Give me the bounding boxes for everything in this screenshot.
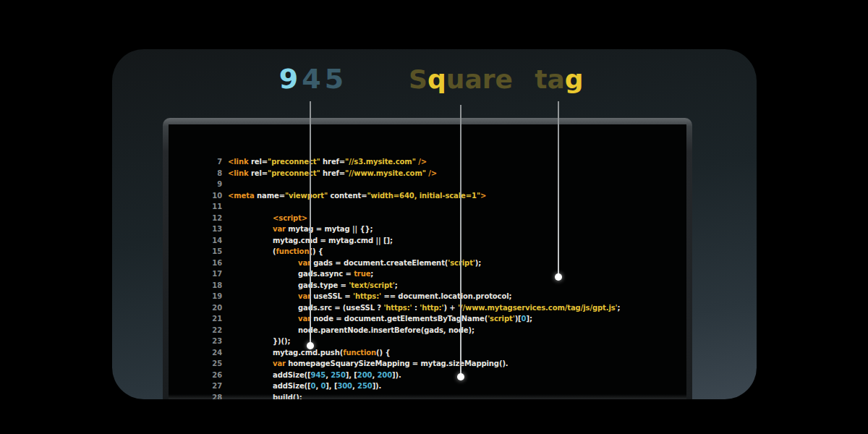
line-source: })(); [228,336,290,347]
line-source: <link rel="preconnect" href="//s3.mysite… [228,156,427,168]
code-line-11: 11 [169,201,686,213]
code-token: rel= [249,158,268,166]
code-token: mytag.cmd.push( [273,349,343,357]
code-token: node.parentNode.insertBefore(gads, node)… [298,326,475,334]
code-token: 'text/script' [349,281,394,289]
line-source: var gads = document.createElement('scrip… [228,258,481,269]
code-token: ], [ [326,382,337,390]
code-token: , [315,382,320,390]
code-line-10: 10<meta name="viewport" content="width=6… [169,190,686,202]
code-token: ); [475,259,481,267]
line-number: 15 [169,246,222,258]
code-token: build(); [273,393,302,400]
code-token: 'script' [488,315,515,323]
code-token: })(); [273,337,290,345]
code-token: var [273,359,286,367]
code-token: function [343,349,376,357]
line-number: 25 [169,358,222,370]
line-number: 11 [169,201,222,213]
code-token: 200 [357,371,373,379]
code-token: true [354,270,370,278]
line-source: gads.type = 'text/script'; [228,280,398,292]
code-token: 'https:' [353,292,381,300]
line-number: 10 [169,190,222,202]
code-token: mytag.cmd = mytag.cmd || []; [273,237,393,244]
code-line-16: 16var gads = document.createElement('scr… [169,258,686,269]
line-number: 12 [169,213,222,224]
code-token: <link [228,158,249,166]
code-token: ) + [443,304,458,312]
code-line-12: 12<script> [169,213,686,224]
code-token: node = document.getElementsByTagName( [311,315,488,323]
code-token: "width=640, initial-scale=1" [367,192,480,200]
code-token: homepageSquarySizeMapping = mytag.sizeMa… [286,359,509,367]
code-line-7: 7<link rel="preconnect" href="//s3.mysit… [169,156,686,168]
code-token: href= [320,158,345,166]
code-line-26: 26addSize([945, 250], [200, 200]). [169,370,686,381]
code-token: 'script' [448,259,475,267]
line-number: 14 [169,235,222,247]
code-token: <script> [273,214,307,222]
code-token: )[ [515,315,522,323]
code-token: href= [320,169,345,177]
code-token: ]). [392,371,401,379]
code-line-13: 13var mytag = mytag || {}; [169,224,686,235]
code-lines: 7<link rel="preconnect" href="//s3.mysit… [169,156,686,399]
line-number: 17 [169,268,222,280]
code-line-17: 17gads.async = true; [169,268,686,280]
line-number: 20 [169,302,222,314]
code-token: addSize([ [273,371,311,379]
code-line-27: 27addSize([0, 0], [300, 250]). [169,380,686,392]
line-source: node.parentNode.insertBefore(gads, node)… [228,325,475,336]
monitor-bezel: 7<link rel="preconnect" href="//s3.mysit… [163,118,692,399]
line-source: var useSSL = 'https:' == document.locati… [228,291,511,302]
code-token: gads = document.createElement( [311,259,448,267]
code-line-20: 20gads.src = (useSSL ? 'https:' : 'http:… [169,302,686,314]
code-token: "//s3.mysite.com" [345,158,416,166]
line-source: var homepageSquarySizeMapping = mytag.si… [228,358,509,370]
code-token: 'http:' [420,304,443,312]
screen: 7<link rel="preconnect" href="//s3.mysit… [169,124,686,399]
code-token: /> [416,158,427,166]
line-source: gads.src = (useSSL ? 'https:' : 'http:')… [228,302,621,314]
code-token: "viewport" [285,192,328,200]
code-token: '//www.mytagservices.com/tag/js/gpt.js' [458,304,618,312]
code-token: ; [370,270,373,278]
code-token: 200 [378,371,393,379]
line-number: 27 [169,380,222,392]
line-number: 16 [169,258,222,269]
code-token: name= [255,192,285,200]
code-token: 'https:' [383,304,412,312]
code-token: mytag = mytag || {}; [286,225,373,233]
code-token: gads.src = (useSSL ? [298,304,383,312]
line-source: <link rel="preconnect" href="//www.mysit… [228,168,437,179]
code-token: var [273,225,286,233]
code-line-9: 9 [169,179,686,190]
code-token: () { [376,349,390,357]
code-line-8: 8<link rel="preconnect" href="//www.mysi… [169,168,686,179]
code-token: ], [ [346,371,357,379]
line-number: 8 [169,168,222,179]
code-token: gads.type = [298,281,349,289]
line-source: (function() { [228,246,323,258]
line-number: 28 [169,392,222,400]
line-source: mytag.cmd.push(function() { [228,347,390,359]
line-source: gads.async = true; [228,268,373,280]
code-token: /> [426,169,437,177]
code-token: () { [309,247,323,255]
code-token: 300 [337,382,352,390]
line-number: 13 [169,224,222,235]
code-token: "preconnect" [268,169,320,177]
code-token: var [298,292,311,300]
line-number: 23 [169,336,222,347]
code-token: gads.async = [298,270,354,278]
code-token: 250 [357,382,373,390]
code-token: var [298,315,311,323]
code-token: <meta [228,192,255,200]
code-token: <link [228,169,249,177]
code-token: ; [618,304,621,312]
code-token: : [412,304,420,312]
code-token: == document.location.protocol; [381,292,511,300]
code-line-23: 23})(); [169,336,686,347]
line-number: 26 [169,370,222,381]
